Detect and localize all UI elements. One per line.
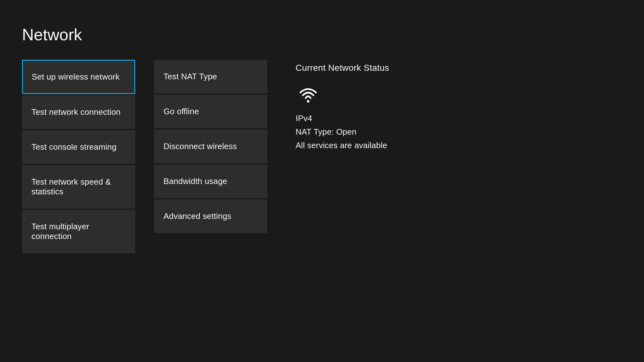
main-content: Set up wireless network Test network con… xyxy=(22,60,622,254)
menu-item-label: Test network speed & statistics xyxy=(31,177,111,196)
status-ipv4: IPv4 xyxy=(296,114,389,123)
left-column: Set up wireless network Test network con… xyxy=(22,60,135,254)
menu-item-label: Test console streaming xyxy=(31,142,116,152)
menu-item-label: Bandwidth usage xyxy=(164,176,227,186)
menu-item-go-offline[interactable]: Go offline xyxy=(154,95,267,128)
menu-item-label: Test multiplayer connection xyxy=(31,222,89,241)
menu-item-test-console-streaming[interactable]: Test console streaming xyxy=(22,130,135,164)
menu-item-bandwidth-usage[interactable]: Bandwidth usage xyxy=(154,164,267,198)
status-nat-type: NAT Type: Open xyxy=(296,127,389,137)
menu-item-label: Advanced settings xyxy=(164,211,231,221)
menu-item-label: Test NAT Type xyxy=(164,72,217,81)
menu-item-advanced-settings[interactable]: Advanced settings xyxy=(154,199,267,233)
menu-item-disconnect-wireless[interactable]: Disconnect wireless xyxy=(154,130,267,163)
menu-item-setup-wireless[interactable]: Set up wireless network xyxy=(22,60,135,94)
menu-item-test-network-speed[interactable]: Test network speed & statistics xyxy=(22,165,135,209)
status-panel-title: Current Network Status xyxy=(296,63,389,73)
page-title: Network xyxy=(22,25,622,44)
menu-item-test-network-connection[interactable]: Test network connection xyxy=(22,95,135,129)
menu-item-label: Set up wireless network xyxy=(32,72,119,81)
menu-item-test-nat-type[interactable]: Test NAT Type xyxy=(154,60,267,93)
status-panel: Current Network Status IPv4 NAT Type: Op… xyxy=(296,60,389,154)
status-services: All services are available xyxy=(296,141,389,150)
menu-item-label: Test network connection xyxy=(31,107,121,117)
middle-column: Test NAT Type Go offline Disconnect wire… xyxy=(154,60,267,234)
svg-point-0 xyxy=(307,100,309,103)
wifi-icon xyxy=(299,86,389,104)
menu-item-label: Go offline xyxy=(164,107,199,116)
menu-item-test-multiplayer-connection[interactable]: Test multiplayer connection xyxy=(22,210,135,253)
menu-item-label: Disconnect wireless xyxy=(164,142,237,151)
